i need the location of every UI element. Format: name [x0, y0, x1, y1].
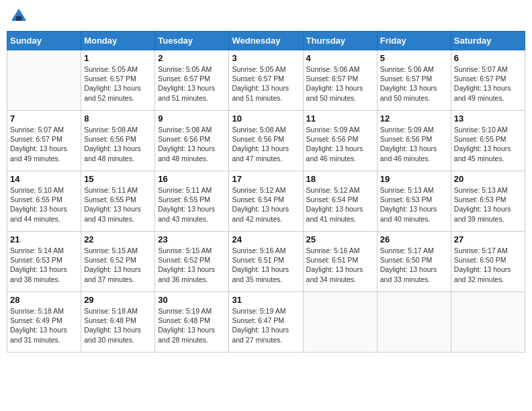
cell-info: Sunrise: 5:06 AMSunset: 6:57 PMDaylight:…: [380, 64, 448, 103]
day-number: 19: [380, 174, 448, 184]
calendar-cell: [451, 292, 525, 353]
calendar-cell: 28Sunrise: 5:18 AMSunset: 6:49 PMDayligh…: [7, 292, 81, 353]
week-row-5: 28Sunrise: 5:18 AMSunset: 6:49 PMDayligh…: [7, 292, 525, 353]
cell-info: Sunrise: 5:16 AMSunset: 6:51 PMDaylight:…: [232, 246, 300, 284]
calendar-cell: 30Sunrise: 5:19 AMSunset: 6:48 PMDayligh…: [155, 292, 229, 353]
cell-info: Sunrise: 5:19 AMSunset: 6:48 PMDaylight:…: [158, 306, 226, 345]
day-number: 31: [232, 295, 300, 305]
day-number: 23: [158, 234, 226, 244]
week-row-2: 7Sunrise: 5:07 AMSunset: 6:57 PMDaylight…: [7, 111, 525, 171]
week-row-1: 1Sunrise: 5:05 AMSunset: 6:57 PMDaylight…: [7, 50, 525, 111]
day-number: 11: [306, 113, 374, 124]
calendar-cell: 6Sunrise: 5:07 AMSunset: 6:57 PMDaylight…: [451, 50, 525, 111]
cell-info: Sunrise: 5:08 AMSunset: 6:56 PMDaylight:…: [232, 125, 300, 163]
calendar-cell: 7Sunrise: 5:07 AMSunset: 6:57 PMDaylight…: [7, 111, 81, 171]
day-number: 15: [84, 174, 152, 184]
calendar-cell: 1Sunrise: 5:05 AMSunset: 6:57 PMDaylight…: [81, 50, 155, 111]
day-number: 20: [454, 174, 522, 184]
day-number: 28: [10, 295, 78, 305]
day-header-thursday: Thursday: [303, 32, 377, 50]
cell-info: Sunrise: 5:10 AMSunset: 6:55 PMDaylight:…: [454, 125, 522, 163]
day-number: 22: [84, 234, 152, 244]
cell-info: Sunrise: 5:12 AMSunset: 6:54 PMDaylight:…: [306, 185, 374, 224]
calendar-cell: 2Sunrise: 5:05 AMSunset: 6:57 PMDaylight…: [155, 50, 229, 111]
cell-info: Sunrise: 5:07 AMSunset: 6:57 PMDaylight:…: [454, 64, 522, 103]
calendar-cell: 18Sunrise: 5:12 AMSunset: 6:54 PMDayligh…: [303, 171, 377, 232]
calendar-cell: 26Sunrise: 5:17 AMSunset: 6:50 PMDayligh…: [377, 232, 451, 292]
cell-info: Sunrise: 5:05 AMSunset: 6:57 PMDaylight:…: [232, 64, 300, 103]
calendar-cell: 29Sunrise: 5:18 AMSunset: 6:48 PMDayligh…: [81, 292, 155, 353]
day-number: 26: [380, 234, 448, 244]
day-number: 21: [10, 234, 78, 244]
cell-info: Sunrise: 5:17 AMSunset: 6:50 PMDaylight:…: [454, 246, 522, 284]
page-header: [7, 7, 525, 26]
day-number: 10: [232, 113, 300, 124]
day-number: 1: [84, 53, 152, 63]
day-number: 24: [232, 234, 300, 244]
day-header-friday: Friday: [377, 32, 451, 50]
day-number: 9: [158, 113, 226, 124]
cell-info: Sunrise: 5:05 AMSunset: 6:57 PMDaylight:…: [84, 64, 152, 103]
day-number: 2: [158, 53, 226, 63]
calendar-cell: 24Sunrise: 5:16 AMSunset: 6:51 PMDayligh…: [229, 232, 303, 292]
calendar-cell: [303, 292, 377, 353]
logo: [9, 7, 31, 26]
cell-info: Sunrise: 5:19 AMSunset: 6:47 PMDaylight:…: [232, 306, 300, 345]
day-number: 18: [306, 174, 374, 184]
calendar-cell: 12Sunrise: 5:09 AMSunset: 6:56 PMDayligh…: [377, 111, 451, 171]
header-row: SundayMondayTuesdayWednesdayThursdayFrid…: [7, 32, 525, 50]
calendar-cell: 22Sunrise: 5:15 AMSunset: 6:52 PMDayligh…: [81, 232, 155, 292]
calendar-cell: 4Sunrise: 5:06 AMSunset: 6:57 PMDaylight…: [303, 50, 377, 111]
calendar-cell: 23Sunrise: 5:15 AMSunset: 6:52 PMDayligh…: [155, 232, 229, 292]
calendar-cell: 16Sunrise: 5:11 AMSunset: 6:55 PMDayligh…: [155, 171, 229, 232]
week-row-3: 14Sunrise: 5:10 AMSunset: 6:55 PMDayligh…: [7, 171, 525, 232]
day-header-tuesday: Tuesday: [155, 32, 229, 50]
cell-info: Sunrise: 5:18 AMSunset: 6:48 PMDaylight:…: [84, 306, 152, 345]
day-number: 12: [380, 113, 448, 124]
day-header-saturday: Saturday: [451, 32, 525, 50]
svg-rect-1: [16, 16, 21, 21]
calendar-cell: [7, 50, 81, 111]
cell-info: Sunrise: 5:09 AMSunset: 6:56 PMDaylight:…: [380, 125, 448, 163]
cell-info: Sunrise: 5:13 AMSunset: 6:53 PMDaylight:…: [454, 185, 522, 224]
calendar-cell: 25Sunrise: 5:16 AMSunset: 6:51 PMDayligh…: [303, 232, 377, 292]
day-number: 30: [158, 295, 226, 305]
calendar-cell: 31Sunrise: 5:19 AMSunset: 6:47 PMDayligh…: [229, 292, 303, 353]
calendar-cell: 14Sunrise: 5:10 AMSunset: 6:55 PMDayligh…: [7, 171, 81, 232]
cell-info: Sunrise: 5:15 AMSunset: 6:52 PMDaylight:…: [84, 246, 152, 284]
day-number: 27: [454, 234, 522, 244]
day-header-monday: Monday: [81, 32, 155, 50]
calendar-cell: 10Sunrise: 5:08 AMSunset: 6:56 PMDayligh…: [229, 111, 303, 171]
day-number: 3: [232, 53, 300, 63]
day-number: 14: [10, 174, 78, 184]
calendar-cell: [377, 292, 451, 353]
calendar-cell: 13Sunrise: 5:10 AMSunset: 6:55 PMDayligh…: [451, 111, 525, 171]
day-number: 16: [158, 174, 226, 184]
cell-info: Sunrise: 5:06 AMSunset: 6:57 PMDaylight:…: [306, 64, 374, 103]
cell-info: Sunrise: 5:05 AMSunset: 6:57 PMDaylight:…: [158, 64, 226, 103]
calendar-table: SundayMondayTuesdayWednesdayThursdayFrid…: [7, 31, 525, 353]
calendar-cell: 20Sunrise: 5:13 AMSunset: 6:53 PMDayligh…: [451, 171, 525, 232]
day-header-wednesday: Wednesday: [229, 32, 303, 50]
calendar-cell: 27Sunrise: 5:17 AMSunset: 6:50 PMDayligh…: [451, 232, 525, 292]
calendar-cell: 5Sunrise: 5:06 AMSunset: 6:57 PMDaylight…: [377, 50, 451, 111]
cell-info: Sunrise: 5:08 AMSunset: 6:56 PMDaylight:…: [84, 125, 152, 163]
day-number: 13: [454, 113, 522, 124]
calendar-cell: 17Sunrise: 5:12 AMSunset: 6:54 PMDayligh…: [229, 171, 303, 232]
calendar-cell: 11Sunrise: 5:09 AMSunset: 6:56 PMDayligh…: [303, 111, 377, 171]
calendar-cell: 21Sunrise: 5:14 AMSunset: 6:53 PMDayligh…: [7, 232, 81, 292]
day-number: 17: [232, 174, 300, 184]
calendar-cell: 8Sunrise: 5:08 AMSunset: 6:56 PMDaylight…: [81, 111, 155, 171]
cell-info: Sunrise: 5:18 AMSunset: 6:49 PMDaylight:…: [10, 306, 78, 345]
calendar-cell: 15Sunrise: 5:11 AMSunset: 6:55 PMDayligh…: [81, 171, 155, 232]
day-number: 4: [306, 53, 374, 63]
cell-info: Sunrise: 5:08 AMSunset: 6:56 PMDaylight:…: [158, 125, 226, 163]
day-number: 8: [84, 113, 152, 124]
logo-icon: [9, 7, 28, 26]
day-header-sunday: Sunday: [7, 32, 81, 50]
day-number: 7: [10, 113, 78, 124]
cell-info: Sunrise: 5:10 AMSunset: 6:55 PMDaylight:…: [10, 185, 78, 224]
cell-info: Sunrise: 5:11 AMSunset: 6:55 PMDaylight:…: [158, 185, 226, 224]
cell-info: Sunrise: 5:09 AMSunset: 6:56 PMDaylight:…: [306, 125, 374, 163]
cell-info: Sunrise: 5:17 AMSunset: 6:50 PMDaylight:…: [380, 246, 448, 284]
